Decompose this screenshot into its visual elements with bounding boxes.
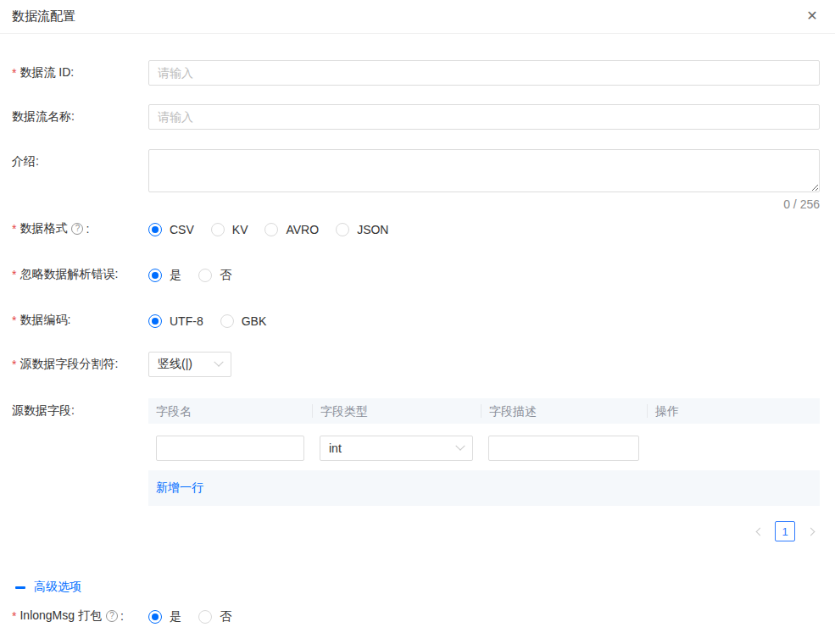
dialog-header: 数据流配置 ✕ <box>0 0 835 34</box>
stream-name-label: 数据流名称: <box>12 104 148 125</box>
form-row-stream-id: * 数据流 ID: <box>12 60 820 86</box>
actions-cell <box>647 436 820 461</box>
radio-option-yes[interactable]: 是 <box>148 268 181 283</box>
radio-option-label: CSV <box>170 223 194 236</box>
radio-option-csv[interactable]: CSV <box>148 223 194 236</box>
stream-id-input[interactable] <box>148 60 820 86</box>
close-icon[interactable]: ✕ <box>803 7 821 25</box>
radio-option-utf8[interactable]: UTF-8 <box>148 314 203 328</box>
delimiter-label: * 源数据字段分割符: <box>12 352 148 372</box>
form-row-data-format: * 数据格式 ? : CSV KV AVRO <box>12 219 820 240</box>
encoding-label-text: 数据编码: <box>19 313 70 328</box>
radio-unselected-icon <box>211 223 225 236</box>
intro-label: 介绍: <box>12 149 148 169</box>
dialog-title: 数据流配置 <box>12 8 823 25</box>
form-row-ignore-parse-error: * 忽略数据解析错误: 是 否 <box>12 265 820 286</box>
field-type-select[interactable]: int <box>320 436 473 461</box>
add-row-link[interactable]: 新增一行 <box>156 480 203 494</box>
radio-selected-icon <box>148 269 162 282</box>
radio-option-label: JSON <box>357 223 388 236</box>
intro-textarea[interactable] <box>148 149 820 192</box>
inlongmsg-label-text: InlongMsg 打包 <box>19 608 101 624</box>
data-format-radio-group: CSV KV AVRO JSON <box>148 219 820 240</box>
radio-option-kv[interactable]: KV <box>211 223 248 236</box>
radio-option-yes[interactable]: 是 <box>148 609 181 625</box>
help-icon[interactable]: ? <box>106 610 118 622</box>
radio-option-label: 否 <box>220 268 231 283</box>
radio-unselected-icon <box>336 223 349 236</box>
form-row-stream-name: 数据流名称: <box>12 104 820 130</box>
advanced-options-toggle[interactable]: 高级选项 <box>15 580 820 595</box>
form-row-intro: 介绍: 0 / 256 <box>12 149 820 213</box>
radio-option-label: GBK <box>242 314 267 328</box>
encoding-label: * 数据编码: <box>12 311 148 328</box>
radio-option-gbk[interactable]: GBK <box>220 314 267 328</box>
radio-unselected-icon <box>198 610 212 624</box>
column-header-field-name: 字段名 <box>148 404 312 418</box>
radio-option-label: UTF-8 <box>170 314 203 328</box>
inlongmsg-radio-group: 是 否 <box>148 607 820 627</box>
delimiter-select-value: 竖线(|) <box>158 357 192 372</box>
chevron-down-icon <box>455 441 465 451</box>
radio-unselected-icon <box>198 269 212 282</box>
ignore-parse-error-label: * 忽略数据解析错误: <box>12 265 148 282</box>
source-fields-table: 字段名 字段类型 字段描述 操作 int <box>148 398 820 506</box>
stream-id-label-text: 数据流 ID: <box>19 65 74 80</box>
data-stream-config-dialog: 数据流配置 ✕ * 数据流 ID: 数据流名称: 介绍: <box>0 0 835 644</box>
radio-option-label: KV <box>232 223 248 236</box>
chevron-right-icon <box>806 527 815 536</box>
ignore-parse-error-radio-group: 是 否 <box>148 265 820 286</box>
encoding-radio-group: UTF-8 GBK <box>148 311 820 331</box>
delimiter-select[interactable]: 竖线(|) <box>148 352 231 377</box>
column-header-field-type: 字段类型 <box>312 404 481 418</box>
pagination-page-button[interactable]: 1 <box>775 521 795 541</box>
pagination-next-button[interactable] <box>801 521 820 541</box>
char-counter: 0 / 256 <box>148 197 820 213</box>
collapse-minus-icon <box>15 586 25 589</box>
required-mark: * <box>12 222 16 236</box>
table-row: int <box>148 424 820 470</box>
radio-unselected-icon <box>264 223 278 236</box>
ignore-parse-error-label-text: 忽略数据解析错误: <box>19 267 118 282</box>
radio-option-json[interactable]: JSON <box>336 223 388 236</box>
column-header-field-desc: 字段描述 <box>481 404 647 418</box>
required-mark: * <box>12 358 16 371</box>
field-name-input[interactable] <box>156 436 304 461</box>
radio-selected-icon <box>148 314 162 328</box>
label-colon: : <box>86 222 89 236</box>
inlongmsg-label: * InlongMsg 打包 ? : <box>12 607 148 624</box>
required-mark: * <box>12 268 16 281</box>
stream-name-label-text: 数据流名称: <box>12 109 75 125</box>
column-header-actions: 操作 <box>647 404 820 418</box>
label-colon: : <box>120 609 124 623</box>
help-icon[interactable]: ? <box>71 223 83 235</box>
stream-name-input[interactable] <box>148 104 820 130</box>
form-row-delimiter: * 源数据字段分割符: 竖线(|) <box>12 352 820 377</box>
radio-selected-icon <box>148 610 162 624</box>
field-desc-input[interactable] <box>488 436 639 461</box>
radio-option-no[interactable]: 否 <box>198 609 231 625</box>
radio-option-avro[interactable]: AVRO <box>264 223 319 236</box>
radio-selected-icon <box>148 223 162 236</box>
table-footer: 新增一行 <box>148 470 820 506</box>
table-header-row: 字段名 字段类型 字段描述 操作 <box>148 398 820 424</box>
required-mark: * <box>12 609 16 623</box>
chevron-down-icon <box>214 358 223 367</box>
radio-option-label: AVRO <box>286 223 319 236</box>
radio-unselected-icon <box>220 314 234 328</box>
dialog-body: * 数据流 ID: 数据流名称: 介绍: 0 / 256 <box>0 34 835 627</box>
intro-label-text: 介绍: <box>12 154 39 169</box>
field-type-select-value: int <box>329 441 342 455</box>
source-fields-label-text: 源数据字段: <box>12 403 75 419</box>
form-row-encoding: * 数据编码: UTF-8 GBK <box>12 311 820 331</box>
data-format-label: * 数据格式 ? : <box>12 219 148 236</box>
delimiter-label-text: 源数据字段分割符: <box>19 357 118 372</box>
stream-id-label: * 数据流 ID: <box>12 60 148 80</box>
pagination-prev-button[interactable] <box>750 521 769 541</box>
required-mark: * <box>12 66 16 80</box>
form-row-inlongmsg: * InlongMsg 打包 ? : 是 否 <box>12 607 820 627</box>
advanced-options-label: 高级选项 <box>34 580 81 595</box>
radio-option-label: 是 <box>170 609 181 625</box>
required-mark: * <box>12 314 16 327</box>
radio-option-no[interactable]: 否 <box>198 268 231 283</box>
